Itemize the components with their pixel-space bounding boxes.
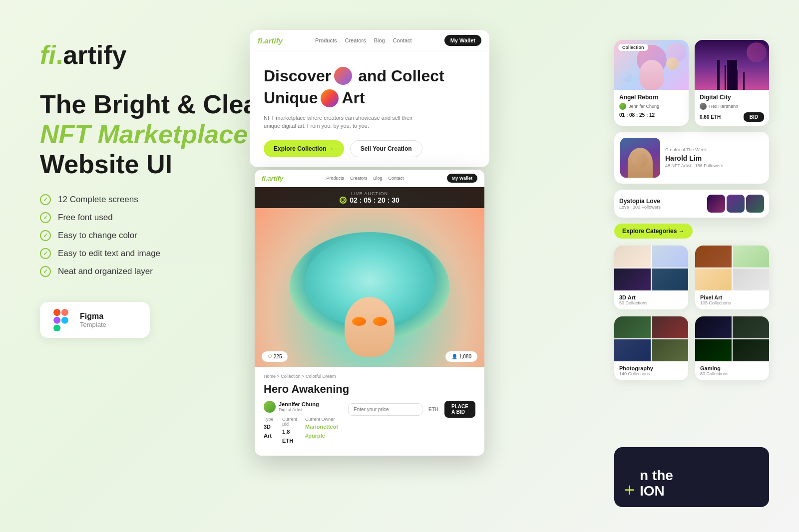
nav-link[interactable]: Creators: [350, 176, 368, 181]
bid-value: 1.8 ETH: [282, 429, 293, 444]
detail-title: Hero Awakening: [264, 383, 475, 396]
svg-rect-3: [53, 325, 60, 331]
nav-link[interactable]: Products: [327, 176, 345, 181]
meta-owner: Current Owner Marionetteol #purple: [305, 417, 340, 445]
hero-buttons: Explore Collection → Sell Your Creation: [264, 140, 475, 157]
hero-ball-decoration: [334, 67, 352, 85]
category-images: [614, 246, 688, 290]
detail-right: ETH PLACE A BID: [348, 401, 475, 449]
category-name: Gaming: [700, 365, 764, 371]
browser-main: fi.artify Products Creators Blog Contact…: [250, 30, 489, 167]
figma-icon: [50, 309, 72, 331]
explore-categories-button[interactable]: Explore Categories →: [614, 224, 693, 239]
category-name: Pixel Art: [700, 294, 764, 300]
dark-plus: +: [624, 481, 635, 499]
nav-logo: fi.artify: [258, 36, 283, 45]
digital-city-info: Digital City Rex Hartmann 0.60 ETH BID: [695, 90, 769, 126]
dystopia-img-1: [707, 195, 725, 213]
dystopia-name: Dystopia Love: [619, 198, 702, 205]
svg-rect-2: [53, 317, 60, 324]
figma-badge: Figma Template: [40, 302, 150, 338]
category-pixel-art[interactable]: Pixel Art 105 Collections: [695, 246, 769, 309]
sell-creation-button[interactable]: Sell Your Creation: [350, 140, 422, 157]
auction-likes[interactable]: ♡ 225: [262, 351, 288, 362]
category-images: [614, 316, 688, 361]
author-avatar: [700, 103, 707, 110]
detail-left: Jennifer Chung Digital Artist Type 3D Ar…: [264, 401, 340, 449]
explore-section: Explore Categories → 3D Art 50 Collectio…: [614, 224, 769, 380]
svg-rect-0: [53, 309, 60, 316]
category-gaming[interactable]: Gaming 80 Collections: [695, 316, 769, 380]
figma-text-block: Figma Template: [80, 312, 106, 328]
bid-input[interactable]: [348, 403, 422, 416]
nav-link-creators[interactable]: Creators: [345, 37, 366, 43]
creator-name: Harold Lim: [665, 154, 723, 162]
bid-button[interactable]: BID: [744, 112, 764, 122]
cat-img-1: [614, 246, 651, 267]
category-3d-art[interactable]: 3D Art 50 Collections: [614, 246, 688, 309]
logo-artify: artify: [63, 40, 126, 70]
type-label: Type: [264, 417, 274, 422]
cat-img-1: [695, 246, 732, 267]
category-count: 140 Collections: [619, 371, 683, 376]
creator-of-week-card: Creator of The Week Harold Lim 48 NFT Ar…: [614, 132, 769, 184]
place-bid-button[interactable]: PLACE A BID: [444, 401, 475, 418]
feature-text: Free font used: [58, 213, 113, 223]
author-name: Rex Hartmann: [709, 104, 738, 109]
nav-link-products[interactable]: Products: [315, 37, 337, 43]
check-icon: [40, 212, 51, 223]
angel-reborn-card[interactable]: Collection Angel Reborn Jennifer Chung 0…: [614, 40, 689, 126]
nav-link[interactable]: Contact: [389, 176, 404, 181]
bid-form: ETH PLACE A BID: [348, 401, 475, 418]
headline-line3: Website UI: [40, 150, 172, 179]
angel-reborn-info: Angel Reborn Jennifer Chung 01 : 08 : 25…: [614, 90, 689, 125]
angel-reborn-image: Collection: [614, 40, 689, 90]
wallet-button[interactable]: My Wallet: [444, 35, 481, 46]
feature-text: Easy to change color: [58, 231, 137, 241]
cat-img-1: [695, 316, 732, 338]
dystopia-img-2: [727, 195, 745, 213]
nav-logo: fi.artify: [262, 175, 283, 182]
nav-link-blog[interactable]: Blog: [374, 37, 385, 43]
cat-img-2: [652, 246, 688, 267]
browser-nav: fi.artify Products Creators Blog Contact…: [250, 30, 489, 51]
feature-text: 12 Complete screens: [58, 195, 138, 205]
cat-img-1: [614, 316, 651, 338]
category-count: 50 Collections: [619, 300, 683, 305]
category-photography[interactable]: Photography 140 Collections: [614, 316, 688, 380]
right-cards-panel: Collection Angel Reborn Jennifer Chung 0…: [614, 40, 769, 388]
category-label: 3D Art 50 Collections: [614, 290, 688, 309]
nft-author: Jennifer Chung: [619, 103, 684, 110]
category-count: 80 Collections: [700, 371, 764, 376]
digital-city-card[interactable]: Digital City Rex Hartmann 0.60 ETH BID: [695, 40, 769, 126]
cat-img-3: [695, 268, 732, 290]
detail-avatar: [264, 401, 276, 413]
cat-img-4: [652, 339, 688, 361]
collection-badge: Collection: [618, 44, 648, 51]
auction-hero-image: LIVE AUCTION 02 : 05 : 20 : 30 ♡ 225 👤 1…: [255, 187, 484, 367]
cat-img-4: [652, 268, 688, 290]
type-value: 3D Art: [264, 424, 272, 439]
owner-value[interactable]: Marionetteol #purple: [305, 424, 338, 439]
category-count: 105 Collections: [700, 300, 764, 305]
category-name: Photography: [619, 365, 683, 371]
creator-info: Creator of The Week Harold Lim 48 NFT Ar…: [665, 147, 723, 168]
nav-link[interactable]: Blog: [374, 176, 383, 181]
detail-grid: Jennifer Chung Digital Artist Type 3D Ar…: [264, 401, 475, 449]
owner-label: Current Owner: [305, 417, 340, 422]
wallet-button[interactable]: My Wallet: [447, 174, 477, 183]
auction-nav: fi.artify Products Creators Blog Contact…: [255, 170, 484, 187]
cat-img-4: [733, 268, 769, 290]
explore-collection-button[interactable]: Explore Collection →: [264, 140, 344, 157]
hero-description: NFT marketplace where creators can showc…: [264, 114, 413, 130]
meta-bid: Current Bid 1.8 ETH: [282, 417, 297, 445]
dystopia-love-card[interactable]: Dystopia Love Love · 300 Followers: [614, 190, 769, 218]
eth-label: ETH: [425, 407, 441, 412]
nft-author: Rex Hartmann: [700, 103, 764, 110]
author-role: Digital Artist: [279, 407, 319, 412]
creator-stats: 48 NFT Artist · 156 Followers: [665, 163, 723, 168]
nft-name: Digital City: [700, 94, 764, 101]
figma-title: Figma: [80, 312, 106, 321]
category-images: [695, 246, 769, 290]
nav-link-contact[interactable]: Contact: [393, 37, 412, 43]
